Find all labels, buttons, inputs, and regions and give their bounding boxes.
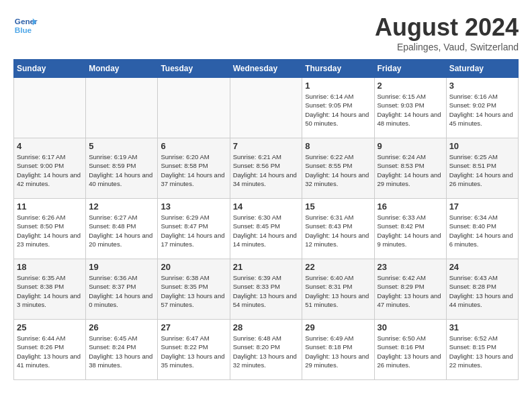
day-cell: 21Sunrise: 6:39 AMSunset: 8:33 PMDayligh… — [230, 259, 302, 320]
day-cell: 31Sunrise: 6:52 AMSunset: 8:15 PMDayligh… — [446, 320, 518, 380]
day-number: 20 — [161, 262, 226, 272]
day-info: Sunrise: 6:25 AMSunset: 8:51 PMDaylight:… — [449, 152, 515, 188]
week-row-5: 25Sunrise: 6:44 AMSunset: 8:26 PMDayligh… — [14, 320, 519, 380]
day-number: 24 — [449, 262, 515, 272]
day-cell: 14Sunrise: 6:30 AMSunset: 8:45 PMDayligh… — [230, 199, 302, 259]
day-number: 2 — [378, 81, 443, 91]
day-number: 29 — [305, 322, 371, 332]
svg-text:Blue: Blue — [15, 26, 32, 34]
page-header: General Blue August 2024 Epalinges, Vaud… — [13, 13, 519, 52]
title-block: August 2024 Epalinges, Vaud, Switzerland — [375, 13, 519, 52]
weekday-header-row: SundayMondayTuesdayWednesdayThursdayFrid… — [14, 60, 519, 78]
day-info: Sunrise: 6:42 AMSunset: 8:29 PMDaylight:… — [378, 273, 443, 309]
day-number: 1 — [305, 81, 371, 91]
day-number: 13 — [161, 201, 226, 212]
day-info: Sunrise: 6:14 AMSunset: 9:05 PMDaylight:… — [305, 92, 371, 128]
weekday-header-wednesday: Wednesday — [230, 60, 302, 78]
weekday-header-thursday: Thursday — [302, 60, 374, 78]
day-number: 26 — [89, 322, 154, 332]
day-number: 17 — [449, 201, 515, 212]
day-info: Sunrise: 6:50 AMSunset: 8:16 PMDaylight:… — [378, 334, 443, 369]
day-info: Sunrise: 6:16 AMSunset: 9:02 PMDaylight:… — [449, 92, 515, 128]
day-number: 31 — [449, 322, 515, 332]
week-row-3: 11Sunrise: 6:26 AMSunset: 8:50 PMDayligh… — [14, 199, 519, 259]
weekday-header-friday: Friday — [374, 60, 446, 78]
day-info: Sunrise: 6:17 AMSunset: 9:00 PMDaylight:… — [17, 152, 83, 188]
day-number: 7 — [233, 141, 300, 151]
day-number: 28 — [233, 322, 300, 332]
day-info: Sunrise: 6:24 AMSunset: 8:53 PMDaylight:… — [378, 152, 443, 188]
day-number: 14 — [233, 201, 300, 212]
day-cell: 15Sunrise: 6:31 AMSunset: 8:43 PMDayligh… — [302, 199, 374, 259]
week-row-2: 4Sunrise: 6:17 AMSunset: 9:00 PMDaylight… — [14, 138, 519, 199]
day-cell — [86, 78, 158, 138]
day-number: 19 — [89, 262, 154, 272]
day-number: 27 — [161, 322, 226, 332]
day-number: 4 — [17, 141, 83, 151]
day-cell: 8Sunrise: 6:22 AMSunset: 8:55 PMDaylight… — [302, 138, 374, 199]
day-cell: 26Sunrise: 6:45 AMSunset: 8:24 PMDayligh… — [86, 320, 158, 380]
day-info: Sunrise: 6:47 AMSunset: 8:22 PMDaylight:… — [161, 334, 226, 369]
weekday-header-saturday: Saturday — [446, 60, 518, 78]
day-cell: 28Sunrise: 6:48 AMSunset: 8:20 PMDayligh… — [230, 320, 302, 380]
day-info: Sunrise: 6:48 AMSunset: 8:20 PMDaylight:… — [233, 334, 300, 369]
day-cell: 7Sunrise: 6:21 AMSunset: 8:56 PMDaylight… — [230, 138, 302, 199]
day-cell: 9Sunrise: 6:24 AMSunset: 8:53 PMDaylight… — [374, 138, 446, 199]
day-info: Sunrise: 6:40 AMSunset: 8:31 PMDaylight:… — [305, 273, 371, 309]
day-cell: 17Sunrise: 6:34 AMSunset: 8:40 PMDayligh… — [446, 199, 518, 259]
day-info: Sunrise: 6:52 AMSunset: 8:15 PMDaylight:… — [449, 334, 515, 369]
day-number: 9 — [378, 141, 443, 151]
day-info: Sunrise: 6:27 AMSunset: 8:48 PMDaylight:… — [89, 213, 154, 248]
day-cell: 11Sunrise: 6:26 AMSunset: 8:50 PMDayligh… — [14, 199, 86, 259]
day-number: 21 — [233, 262, 300, 272]
day-cell — [230, 78, 302, 138]
location: Epalinges, Vaud, Switzerland — [375, 42, 519, 52]
day-cell — [158, 78, 230, 138]
day-cell: 2Sunrise: 6:15 AMSunset: 9:03 PMDaylight… — [374, 78, 446, 138]
day-cell: 3Sunrise: 6:16 AMSunset: 9:02 PMDaylight… — [446, 78, 518, 138]
day-cell: 13Sunrise: 6:29 AMSunset: 8:47 PMDayligh… — [158, 199, 230, 259]
day-number: 30 — [378, 322, 443, 332]
day-info: Sunrise: 6:45 AMSunset: 8:24 PMDaylight:… — [89, 334, 154, 369]
calendar-table: SundayMondayTuesdayWednesdayThursdayFrid… — [13, 59, 519, 380]
day-number: 12 — [89, 201, 154, 212]
day-cell: 12Sunrise: 6:27 AMSunset: 8:48 PMDayligh… — [86, 199, 158, 259]
day-number: 5 — [89, 141, 154, 151]
day-number: 25 — [17, 322, 83, 332]
day-cell: 18Sunrise: 6:35 AMSunset: 8:38 PMDayligh… — [14, 259, 86, 320]
day-cell: 20Sunrise: 6:38 AMSunset: 8:35 PMDayligh… — [158, 259, 230, 320]
day-cell: 30Sunrise: 6:50 AMSunset: 8:16 PMDayligh… — [374, 320, 446, 380]
day-cell: 4Sunrise: 6:17 AMSunset: 9:00 PMDaylight… — [14, 138, 86, 199]
logo-icon: General Blue — [13, 13, 38, 38]
day-cell: 19Sunrise: 6:36 AMSunset: 8:37 PMDayligh… — [86, 259, 158, 320]
weekday-header-monday: Monday — [86, 60, 158, 78]
day-number: 23 — [378, 262, 443, 272]
day-info: Sunrise: 6:26 AMSunset: 8:50 PMDaylight:… — [17, 213, 83, 248]
day-info: Sunrise: 6:43 AMSunset: 8:28 PMDaylight:… — [449, 273, 515, 309]
day-number: 18 — [17, 262, 83, 272]
day-number: 6 — [161, 141, 226, 151]
day-number: 10 — [449, 141, 515, 151]
day-cell: 22Sunrise: 6:40 AMSunset: 8:31 PMDayligh… — [302, 259, 374, 320]
day-info: Sunrise: 6:30 AMSunset: 8:45 PMDaylight:… — [233, 213, 300, 248]
day-number: 11 — [17, 201, 83, 212]
day-cell: 25Sunrise: 6:44 AMSunset: 8:26 PMDayligh… — [14, 320, 86, 380]
day-info: Sunrise: 6:49 AMSunset: 8:18 PMDaylight:… — [305, 334, 371, 369]
day-info: Sunrise: 6:39 AMSunset: 8:33 PMDaylight:… — [233, 273, 300, 309]
weekday-header-tuesday: Tuesday — [158, 60, 230, 78]
day-info: Sunrise: 6:38 AMSunset: 8:35 PMDaylight:… — [161, 273, 226, 309]
day-cell: 5Sunrise: 6:19 AMSunset: 8:59 PMDaylight… — [86, 138, 158, 199]
day-cell: 1Sunrise: 6:14 AMSunset: 9:05 PMDaylight… — [302, 78, 374, 138]
day-info: Sunrise: 6:31 AMSunset: 8:43 PMDaylight:… — [305, 213, 371, 248]
day-info: Sunrise: 6:34 AMSunset: 8:40 PMDaylight:… — [449, 213, 515, 248]
month-title: August 2024 — [375, 13, 519, 42]
day-cell: 24Sunrise: 6:43 AMSunset: 8:28 PMDayligh… — [446, 259, 518, 320]
day-number: 3 — [449, 81, 515, 91]
day-info: Sunrise: 6:21 AMSunset: 8:56 PMDaylight:… — [233, 152, 300, 188]
day-info: Sunrise: 6:29 AMSunset: 8:47 PMDaylight:… — [161, 213, 226, 248]
day-cell: 23Sunrise: 6:42 AMSunset: 8:29 PMDayligh… — [374, 259, 446, 320]
day-number: 16 — [378, 201, 443, 212]
day-cell: 6Sunrise: 6:20 AMSunset: 8:58 PMDaylight… — [158, 138, 230, 199]
day-info: Sunrise: 6:33 AMSunset: 8:42 PMDaylight:… — [378, 213, 443, 248]
day-info: Sunrise: 6:44 AMSunset: 8:26 PMDaylight:… — [17, 334, 83, 369]
